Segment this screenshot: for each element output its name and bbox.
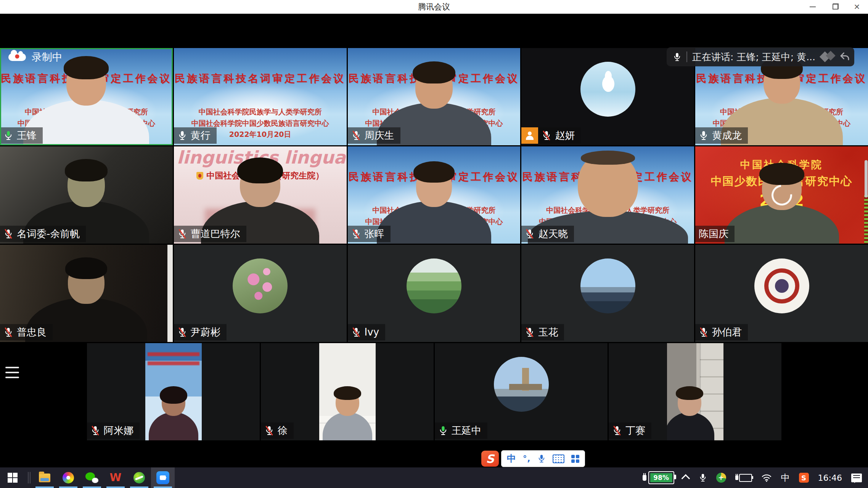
security-shield-icon: + xyxy=(716,473,726,483)
start-button[interactable] xyxy=(0,467,25,488)
mic-icon xyxy=(673,52,682,62)
taskbar-wechat[interactable] xyxy=(80,467,104,488)
voice-input-icon[interactable] xyxy=(537,454,546,463)
video-tile-yuqianfan[interactable]: 名词委-余前帆 xyxy=(0,146,173,244)
participant-name: 张晖 xyxy=(365,228,384,240)
participant-name: 王延中 xyxy=(452,424,481,437)
participant-name: 陈国庆 xyxy=(699,228,728,240)
sogou-menu-icon[interactable] xyxy=(571,455,579,463)
taskbar-green-browser[interactable] xyxy=(127,467,151,488)
nameplate: 赵妍 xyxy=(521,127,581,144)
video-tile-sunbojun[interactable]: 孙伯君 xyxy=(695,245,868,342)
participant-name: 赵天晓 xyxy=(538,228,568,240)
battery-status[interactable]: 98% xyxy=(643,471,674,484)
participant-name: 周庆生 xyxy=(365,129,394,142)
portrait-video xyxy=(667,343,723,440)
video-tile-wangyanzhong[interactable]: 王延中 xyxy=(435,343,608,440)
nameplate: 黄成龙 xyxy=(695,127,748,144)
taskbar-wps[interactable]: W xyxy=(104,467,127,488)
taskbar-tencent-meeting[interactable] xyxy=(151,467,175,488)
close-button[interactable]: ✕ xyxy=(846,0,868,14)
speaking-indicator[interactable]: 正在讲话: 王锋; 王延中; 黄... xyxy=(667,47,854,66)
video-tile-huangxing[interactable]: 民族语言科技名词审定工作会议 中国社会科学院民族学与人类学研究所 中国社会科学院… xyxy=(174,48,347,145)
meeting-camera-icon xyxy=(156,471,169,484)
video-tile-amina[interactable]: 阿米娜 xyxy=(87,343,260,440)
participant-name: 尹蔚彬 xyxy=(191,326,220,339)
nameplate: Ivy xyxy=(348,324,385,340)
mic-muted-icon xyxy=(699,327,709,337)
nameplate: 阿米娜 xyxy=(87,422,140,439)
power-plug-icon xyxy=(643,475,646,481)
participant-name: 玉花 xyxy=(538,326,558,339)
green-browser-icon xyxy=(133,472,145,483)
taskbar-browser[interactable] xyxy=(56,467,80,488)
video-tile-caodaobateer[interactable]: linguistics lingua langue language 中国社会科… xyxy=(174,146,347,244)
participant-name: 阿米娜 xyxy=(104,424,133,437)
tray-overflow-chevron[interactable] xyxy=(683,475,690,481)
video-tile-dingsai[interactable]: 丁赛 xyxy=(609,343,781,440)
tray-power[interactable] xyxy=(735,474,752,482)
tencent-meeting-window: 腾讯会议 ✕ 民族语言科技名词审定工作会议 中国社会科学院民族学与人类学研究所 … xyxy=(0,0,868,488)
recording-cloud-icon xyxy=(8,53,26,61)
slide-title: 民族语言科技名词审定工作会议 xyxy=(0,72,173,85)
recording-indicator: 录制中 xyxy=(8,50,63,64)
school-crest-icon xyxy=(196,172,203,180)
mic-muted-icon xyxy=(3,229,13,239)
clock[interactable]: 16:46 xyxy=(818,473,842,483)
video-tile-zhouqingsheng[interactable]: 民族语言科技名词审定工作会议 中国社会科学院民族学与人类学研究所 中国社会科学院… xyxy=(348,48,521,145)
notification-center[interactable] xyxy=(851,474,862,482)
participant-name: 徐 xyxy=(278,424,288,437)
nameplate: 陈国庆 xyxy=(695,226,735,242)
view-layout-icon[interactable] xyxy=(820,51,834,63)
video-grid-row-4: 阿米娜 徐 王延中 丁赛 xyxy=(87,343,781,440)
mic-muted-icon xyxy=(351,229,361,239)
input-language-indicator[interactable]: 中 xyxy=(781,472,790,484)
restore-button[interactable] xyxy=(824,0,846,14)
tray-sogou[interactable]: S xyxy=(799,473,809,483)
scrollbar-thumb[interactable] xyxy=(865,160,868,197)
member-badge-icon xyxy=(521,127,538,144)
back-arrow-icon[interactable] xyxy=(839,51,850,63)
nameplate: 王锋 xyxy=(0,127,43,144)
participant-list-icon[interactable] xyxy=(5,367,19,378)
tray-microphone[interactable] xyxy=(699,473,707,482)
minimize-icon xyxy=(810,6,816,7)
nameplate: 曹道巴特尔 xyxy=(174,226,246,242)
backdrop-light-strip xyxy=(167,245,173,342)
avatar xyxy=(494,357,549,412)
video-tile-zhanghui[interactable]: 民族语言科技名词审定工作会议 中国社会科学院民族学与人类学研究所 中国社会科学院… xyxy=(348,146,521,244)
video-tile-puzhongliang[interactable]: 普忠良 xyxy=(0,245,173,342)
punctuation-toggle[interactable]: °, xyxy=(523,454,530,463)
video-tile-chenguoqing[interactable]: 中国社会科学院 中国少数民族语言研究中心 2022 陈国庆 xyxy=(695,146,868,244)
soft-keyboard-icon[interactable] xyxy=(553,454,564,463)
video-tile-ivy[interactable]: Ivy xyxy=(348,245,521,342)
avatar xyxy=(580,62,635,117)
participant-silhouette xyxy=(149,389,198,440)
minimize-button[interactable] xyxy=(802,0,824,14)
notification-icon xyxy=(851,474,862,482)
nameplate: 张晖 xyxy=(348,226,391,242)
video-tile-yuhua[interactable]: 玉花 xyxy=(521,245,694,342)
avatar xyxy=(754,258,809,313)
taskbar-file-explorer[interactable] xyxy=(33,467,56,488)
tray-network[interactable] xyxy=(761,473,772,482)
nameplate: 普忠良 xyxy=(0,324,53,340)
video-tile-xu[interactable]: 徐 xyxy=(261,343,434,440)
tray-security-app[interactable]: + xyxy=(716,473,726,483)
speaking-label: 正在讲话: 王锋; 王延中; 黄... xyxy=(692,51,815,63)
window-controls: ✕ xyxy=(802,0,868,14)
nameplate: 玉花 xyxy=(521,324,564,340)
video-tile-zhaotianxiao[interactable]: 民族语言科技名词审定工作会议 中国社会科学院民族学与人类学研究所 中国社会科学院… xyxy=(521,146,694,244)
loading-spinner-icon xyxy=(767,180,796,209)
video-tile-yinweibin[interactable]: 尹蔚彬 xyxy=(174,245,347,342)
mic-on-icon xyxy=(699,130,709,141)
mic-speaking-icon xyxy=(3,130,13,141)
mic-muted-icon xyxy=(3,327,13,337)
mic-muted-icon xyxy=(525,229,535,239)
input-mode-toggle[interactable]: 中 xyxy=(507,453,516,465)
sogou-logo[interactable]: S xyxy=(481,451,499,467)
wps-icon: W xyxy=(110,472,122,483)
system-tray: 98% + 中 S 16:46 xyxy=(643,467,868,488)
restore-icon xyxy=(833,5,837,10)
nameplate: 周庆生 xyxy=(348,127,400,144)
